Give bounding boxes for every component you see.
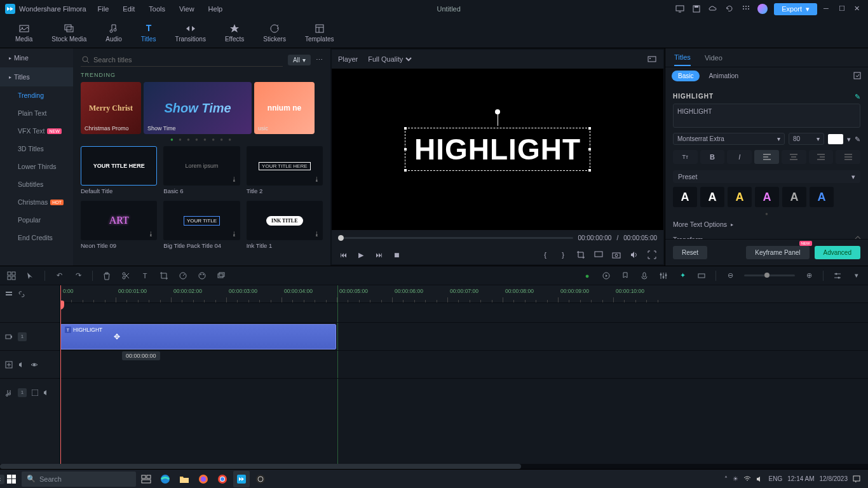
trending-card[interactable]: nnium neusic (254, 82, 315, 134)
preset-item[interactable]: A (755, 187, 779, 207)
minimize-button[interactable]: ─ (824, 4, 832, 13)
transform-section[interactable]: Transform▾ (673, 232, 860, 239)
play-button[interactable]: ▶ (356, 250, 366, 260)
camera-icon[interactable] (611, 250, 621, 260)
sidebar-item-popular[interactable]: Popular (0, 211, 73, 229)
prev-frame-button[interactable]: ⏮ (338, 250, 348, 260)
marker-icon[interactable] (620, 271, 630, 281)
text-transform-button[interactable]: Tт (673, 150, 698, 164)
italic-button[interactable]: I (727, 150, 752, 164)
start-button[interactable] (3, 471, 20, 487)
tab-effects[interactable]: Effects (225, 23, 244, 43)
resize-handle[interactable] (588, 126, 592, 130)
menu-view[interactable]: View (179, 5, 194, 13)
next-frame-button[interactable]: ⏭ (374, 250, 384, 260)
title-clip[interactable]: THIGHLIGHT ✥ 00:00:00:00 (60, 324, 336, 349)
sparkle-icon[interactable]: ✦ (677, 271, 688, 281)
crop-tool-icon[interactable] (159, 271, 169, 281)
manage-tracks-icon[interactable] (5, 290, 13, 298)
obs-icon[interactable] (252, 471, 269, 487)
subtab-basic[interactable]: Basic (672, 71, 700, 81)
user-avatar[interactable] (757, 4, 768, 14)
sidebar-item-christmas[interactable]: ChristmasHOT (0, 193, 73, 211)
settings-chevron-icon[interactable]: ▾ (851, 271, 862, 281)
audio-track-lane[interactable] (60, 378, 868, 406)
bold-button[interactable]: B (700, 150, 725, 164)
tab-stickers[interactable]: Stickers (263, 23, 286, 43)
tray-chevron-icon[interactable]: ˄ (724, 475, 728, 482)
display-icon[interactable] (593, 250, 604, 260)
cloud-icon[interactable] (708, 4, 718, 14)
menu-help[interactable]: Help (208, 5, 223, 13)
more-text-options[interactable]: More Text Options▸ (673, 217, 860, 232)
sidebar-item-subtitles[interactable]: Subtitles (0, 175, 73, 193)
grid-icon[interactable] (6, 271, 17, 281)
chevron-down-icon[interactable]: ▾ (847, 135, 851, 143)
sidebar-item-trending[interactable]: Trending (0, 86, 73, 104)
align-justify-button[interactable] (836, 150, 860, 164)
title-thumb[interactable]: YOUR TITLE HEREDefault Title (81, 146, 157, 194)
align-right-button[interactable] (809, 150, 834, 164)
sidebar-item-vfx-text[interactable]: VFX TextNEW (0, 122, 73, 140)
resize-handle[interactable] (403, 168, 407, 172)
save-icon[interactable] (691, 4, 702, 14)
edge-icon[interactable] (157, 471, 173, 487)
resize-handle[interactable] (588, 168, 592, 172)
tab-transitions[interactable]: Transitions (175, 23, 206, 43)
timeline-ruler[interactable]: 0:0000:00:01:0000:00:02:0000:00:03:0000:… (60, 285, 868, 303)
adjust-icon[interactable] (832, 271, 843, 281)
video-track-icon[interactable] (5, 333, 13, 341)
link-icon[interactable] (18, 290, 25, 298)
sidebar-item-3d-titles[interactable]: 3D Titles (0, 140, 73, 158)
stop-button[interactable]: ⏹ (391, 250, 402, 260)
tray-time[interactable]: 12:14 AM (787, 475, 814, 482)
tab-titles[interactable]: TTitles (141, 23, 156, 43)
quality-dropdown[interactable]: Full Quality (365, 55, 414, 64)
trending-card[interactable]: Merry ChristChristmas Promo (81, 82, 141, 134)
preset-item[interactable]: A (673, 187, 697, 207)
title-text[interactable]: HIGHLIGHT (414, 132, 581, 166)
title-thumb[interactable]: YOUR TITLE⭳Big Title Pack Title 04 (163, 201, 240, 249)
resize-handle[interactable] (403, 126, 407, 130)
menu-edit[interactable]: Edit (123, 5, 135, 13)
mute-icon[interactable] (43, 390, 50, 396)
chrome-icon[interactable] (214, 471, 231, 487)
aspect-icon[interactable] (696, 271, 707, 281)
title-thumb[interactable]: YOUR TITLE HERE⭳Title 2 (247, 146, 323, 194)
wifi-icon[interactable] (743, 476, 751, 482)
resize-handle[interactable] (403, 147, 407, 151)
sidebar-item-lower-thirds[interactable]: Lower Thirds (0, 158, 73, 175)
inspector-tab-titles[interactable]: Titles (674, 50, 691, 66)
snapshot-icon[interactable] (647, 54, 657, 64)
explorer-icon[interactable] (176, 471, 193, 487)
color-icon[interactable] (197, 271, 207, 281)
notifications-icon[interactable] (853, 475, 860, 483)
preset-item[interactable]: A (782, 187, 806, 207)
task-view-icon[interactable] (138, 471, 154, 487)
menu-file[interactable]: File (98, 5, 109, 13)
add-track-icon[interactable] (5, 361, 13, 369)
font-size-dropdown[interactable]: 80▾ (789, 133, 824, 145)
tab-audio[interactable]: Audio (105, 23, 122, 43)
delete-icon[interactable] (102, 271, 112, 281)
taskbar-search[interactable]: 🔍Search (22, 471, 136, 487)
tab-stock-media[interactable]: Stock Media (51, 23, 86, 43)
sidebar-section-titles[interactable]: Titles (0, 67, 73, 86)
cursor-icon[interactable] (25, 271, 36, 281)
crop-icon[interactable] (576, 250, 586, 260)
audio-mix-icon[interactable] (658, 271, 668, 281)
export-button[interactable]: Export▾ (774, 3, 817, 15)
playhead[interactable] (60, 285, 61, 464)
title-text-input[interactable]: HIGHLIGHT (673, 104, 860, 128)
green-dot-icon[interactable]: ● (582, 271, 592, 281)
font-family-dropdown[interactable]: Montserrat Extra▾ (673, 133, 785, 145)
eyedropper-icon[interactable]: ✎ (855, 135, 860, 143)
zoom-slider[interactable] (744, 274, 795, 276)
more-button[interactable]: ⋯ (316, 56, 323, 64)
volume-tray-icon[interactable] (756, 475, 764, 483)
advanced-button[interactable]: Advanced (815, 246, 860, 259)
preset-item[interactable]: A (728, 187, 752, 207)
trending-card[interactable]: Show TimeShow Time (144, 82, 252, 134)
resize-handle[interactable] (588, 147, 592, 151)
text-tool-icon[interactable]: T (140, 271, 150, 281)
